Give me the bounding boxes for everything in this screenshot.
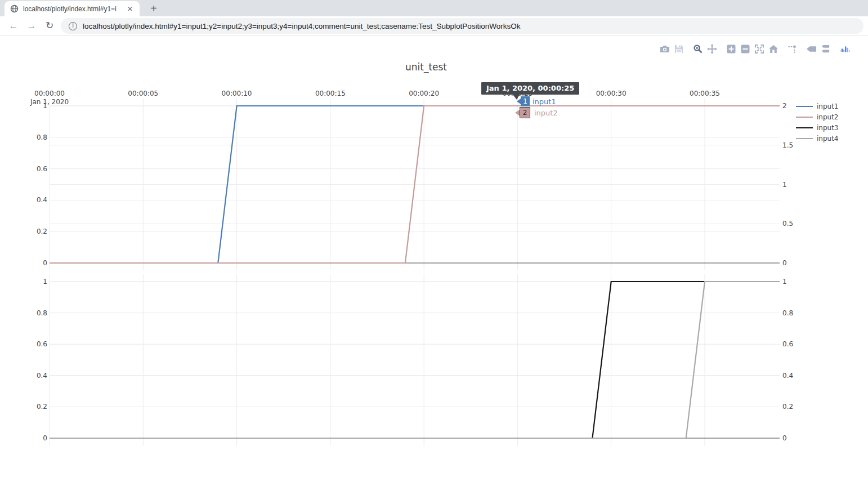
hover-point-arrow-input2 [515,110,520,116]
legend-item-label: input3 [817,124,839,132]
tab-close-icon[interactable]: ✕ [125,5,135,13]
save-disk-icon[interactable] [673,43,684,54]
browser-navbar: ← → ↻ i localhost/plotly/index.html#y1=i… [0,16,868,36]
zoom-in-icon[interactable] [726,43,736,54]
legend-item-input3[interactable]: input3 [796,122,839,133]
x-tick-label: 00:00:20 [409,90,439,97]
y-tick-label-left-sub0: 0.6 [37,165,47,173]
plotly-modebar [651,43,850,54]
y-tick-label-right-sub1: 0.4 [782,372,793,380]
legend-line-swatch [796,117,813,118]
legend-item-input1[interactable]: input1 [796,101,839,112]
download-plot-camera-icon[interactable] [659,43,670,54]
legend-item-label: input2 [817,113,839,121]
url-text[interactable]: localhost/plotly/index.html#y1=input1;y2… [83,22,521,30]
legend-item-input4[interactable]: input4 [796,133,839,144]
y-tick-label-left-sub0: 0.4 [37,196,47,204]
new-tab-button[interactable]: + [146,2,161,16]
forward-button[interactable]: → [24,18,39,34]
y-tick-label-right-sub1: 0.8 [782,309,793,317]
x-tick-label: 00:00:30 [596,90,627,97]
legend-line-swatch [796,106,813,107]
x-axis-date-label: Jan 1, 2020 [30,98,69,106]
y-tick-label-right-sub0: 0.5 [782,220,793,228]
y-tick-label-right-sub1: 0.2 [782,403,793,411]
hover-point-name-input1: input1 [533,97,556,106]
address-bar[interactable]: i localhost/plotly/index.html#y1=input1;… [61,18,863,34]
y-tick-label-right-sub0: 2 [782,102,787,110]
tab-title: localhost/plotly/index.html#y1=i [23,5,125,13]
zoom-out-icon[interactable] [740,43,750,54]
y-tick-label-left-sub1: 0.6 [37,340,47,348]
autoscale-icon[interactable] [754,43,764,54]
hover-point-arrow-input1 [517,99,521,104]
y-tick-label-left-sub0: 0 [43,259,47,267]
y-tick-label-left-sub1: 0.4 [37,372,47,380]
browser-tab-strip: localhost/plotly/index.html#y1=i ✕ + [0,0,868,16]
y-tick-label-right-sub1: 0.6 [782,340,793,348]
y-tick-label-right-sub0: 1 [782,181,787,189]
series-line-input4[interactable] [50,282,780,438]
legend-line-swatch [796,138,813,139]
reload-button[interactable]: ↻ [42,18,57,34]
toggle-spikelines-icon[interactable] [787,43,798,54]
legend-item-label: input1 [817,102,839,110]
page-info-icon[interactable]: i [69,22,77,30]
x-tick-label: 00:00:35 [690,90,720,97]
reset-axes-home-icon[interactable] [768,43,778,54]
y-tick-label-right-sub0: 0 [782,259,787,267]
show-closest-on-hover-icon[interactable] [806,43,817,54]
pan-arrows-icon[interactable] [706,43,717,54]
series-line-input3[interactable] [50,282,780,438]
hover-point-value-input2: 2 [520,107,530,118]
x-tick-label: 00:00:10 [222,90,252,97]
x-tick-label: 00:00:00 [34,90,65,97]
y-tick-label-left-sub0: 0.2 [37,228,47,235]
zoom-magnifier-icon[interactable] [692,43,703,54]
y-tick-label-left-sub0: 0.8 [37,133,47,141]
y-tick-label-right-sub1: 1 [782,278,787,286]
x-tick-label: 00:00:05 [128,90,158,97]
hover-point-value-input1: 1 [521,96,530,106]
plotly-logo-icon[interactable] [839,43,850,54]
chart-legend: input1input2input3input4 [796,101,839,144]
globe-favicon-icon [10,5,19,13]
chart-title: unit_test [405,61,447,73]
hover-x-tooltip: Jan 1, 2020, 00:00:25 [481,82,579,95]
legend-item-label: input4 [817,135,839,142]
y-tick-label-right-sub1: 0 [782,434,787,442]
y-tick-label-left-sub1: 1 [43,278,47,286]
x-tick-label: 00:00:15 [315,90,346,97]
hover-point-name-input2: input2 [534,109,558,117]
browser-tab[interactable]: localhost/plotly/index.html#y1=i ✕ [5,1,140,16]
y-tick-label-left-sub1: 0.8 [37,309,47,317]
compare-on-hover-icon[interactable] [820,43,831,54]
y-tick-label-left-sub1: 0 [43,434,47,442]
legend-line-swatch [796,127,813,128]
legend-item-input2[interactable]: input2 [796,112,839,122]
back-button[interactable]: ← [6,18,21,34]
y-tick-label-left-sub1: 0.2 [37,403,47,411]
y-tick-label-right-sub0: 1.5 [782,141,793,149]
